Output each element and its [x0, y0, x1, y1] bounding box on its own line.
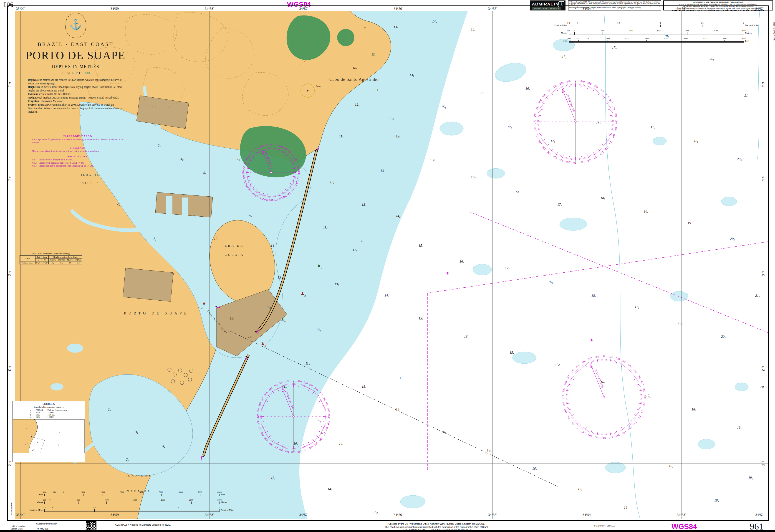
depth-sounding: 162	[555, 362, 560, 366]
map-place-label: MENEZES	[126, 489, 151, 492]
depth-sounding: 134	[198, 305, 202, 309]
depth-sounding: 161	[460, 259, 464, 264]
map-place-label: ILHA DE	[81, 173, 100, 177]
depth-sounding: 158	[510, 351, 514, 355]
depth-sounding: 124	[214, 237, 218, 241]
depth-sounding: 118	[305, 362, 310, 366]
depth-sounding: 159	[487, 449, 491, 453]
depth-sounding: 114	[323, 225, 327, 229]
depth-sounding: 97	[362, 25, 365, 29]
depth-sounding: 167	[471, 175, 476, 179]
map-place-label: Aero	[316, 85, 320, 87]
depth-sounding: 173	[514, 189, 519, 193]
depth-sounding: 197	[737, 426, 742, 430]
depth-sounding: 48	[181, 157, 183, 161]
depth-sounding: 119	[282, 385, 286, 389]
depth-sounding: 184	[601, 196, 605, 200]
depth-sounding: 32	[158, 143, 161, 148]
edition-number-label: Edition Number	[11, 525, 36, 527]
map-place-label: ILHA DA	[222, 244, 244, 247]
map-place-label: PORTO DE SUAPE	[124, 311, 189, 316]
print-dimensions: (972·1/978·9 × 639·0mm)	[594, 525, 615, 527]
depth-sounding: 177	[562, 55, 566, 59]
depth-sounding: 188	[714, 499, 719, 503]
depth-sounding: 164	[596, 121, 601, 125]
depth-sounding: 202	[721, 335, 726, 339]
depth-sounding: 156	[277, 276, 282, 280]
map-place-label: Cabo de Santo Agostinho	[329, 77, 379, 82]
depth-sounding: 131	[362, 203, 366, 207]
depth-sounding: 172	[505, 267, 510, 271]
depth-sounding: 149	[432, 20, 437, 24]
depth-sounding: 145	[339, 442, 343, 446]
map-place-label: ILHA DOS	[126, 474, 152, 477]
depth-sounding: 87	[249, 214, 252, 218]
depth-sounding: 154	[362, 385, 366, 389]
depth-sounding: 163	[441, 430, 446, 434]
brazil-permission: This chart includes copyright material p…	[346, 526, 528, 529]
map-place-label: COCAIA	[225, 253, 244, 257]
depth-sounding: 163	[526, 87, 530, 91]
depth-sounding: 136	[334, 283, 339, 287]
depth-sounding: 157	[419, 244, 423, 248]
depth-sounding: 96	[171, 271, 174, 275]
depth-sounding: 167	[464, 335, 469, 339]
depth-sounding: 25	[126, 458, 129, 462]
depth-sounding: 171	[578, 487, 582, 491]
depth-sounding: 189	[692, 408, 696, 412]
depth-sounding: 158	[373, 510, 377, 514]
depth-sounding: 13	[371, 53, 375, 57]
depth-sounding: 182	[664, 34, 669, 38]
depth-sounding: 184	[669, 464, 673, 469]
depth-sounding: 152	[230, 317, 234, 321]
depth-sounding: 179	[612, 46, 617, 50]
depth-sounding: 154	[441, 105, 446, 109]
edition-number-value: 1	[36, 525, 38, 527]
depth-sounding: 183	[592, 294, 596, 298]
depth-sounding: 105	[293, 442, 298, 446]
depth-sounding: 158	[266, 305, 271, 309]
depth-sounding: 18	[624, 506, 627, 509]
datum-label-bottom: WGS84	[672, 522, 697, 531]
depth-sounding: 213	[755, 294, 760, 298]
depth-sounding: 169	[601, 380, 605, 384]
depth-sounding: 123	[396, 134, 401, 138]
depth-sounding: 128	[352, 248, 357, 252]
map-place-label: Container Terminal	[206, 310, 228, 335]
depth-sounding: 21	[745, 94, 748, 98]
edition-date-value: 4th May 2017	[36, 527, 50, 530]
depth-sounding: 34	[135, 430, 138, 434]
depth-sounding: 62	[237, 157, 240, 161]
depth-sounding: 147	[384, 294, 389, 298]
depth-sounding: 175	[646, 394, 651, 398]
depth-sounding: 109	[352, 66, 357, 70]
depth-sounding: 186	[694, 139, 698, 143]
nautical-chart-sheet: 961 WGS84 ADMIRALTY ⚓ PAPER CHART SERVIC…	[0, 0, 775, 532]
depth-sounding: 13	[380, 169, 384, 173]
map-label-layer: Cabo de Santo AgostinhoPORTO DE SUAPEILH…	[0, 0, 775, 532]
depth-sounding: 157	[396, 408, 401, 412]
depth-sounding: 139	[316, 419, 321, 423]
depth-sounding: 142	[396, 214, 401, 218]
depth-sounding: 205	[737, 157, 742, 161]
depth-sounding: 46	[117, 203, 120, 207]
depth-sounding: 145	[248, 335, 252, 339]
depth-sounding: 174	[651, 125, 655, 129]
depth-sounding: 42	[162, 444, 165, 448]
customer-info-title: Customer Information	[11, 522, 83, 525]
depth-sounding: 209	[710, 57, 714, 61]
depth-sounding: 129	[316, 328, 321, 332]
depth-sounding: 194	[678, 321, 682, 325]
depth-sounding: 112	[339, 134, 343, 138]
depth-sounding: 19	[688, 221, 691, 225]
depth-sounding: 20	[760, 385, 764, 389]
depth-sounding: 164	[532, 467, 537, 471]
notices-updated-text: ADMIRALTY Notices to Mariners updated to…	[115, 523, 171, 526]
depth-sounding: 168	[644, 209, 648, 214]
depth-sounding: 112	[271, 476, 275, 480]
depth-sounding: 54	[203, 171, 206, 175]
depth-sounding: 161	[480, 91, 485, 95]
depth-sounding: 172	[507, 125, 512, 129]
depth-sounding: 192	[748, 476, 753, 480]
customer-information-box: Customer Information Edition Number 1 Ed…	[9, 522, 84, 531]
